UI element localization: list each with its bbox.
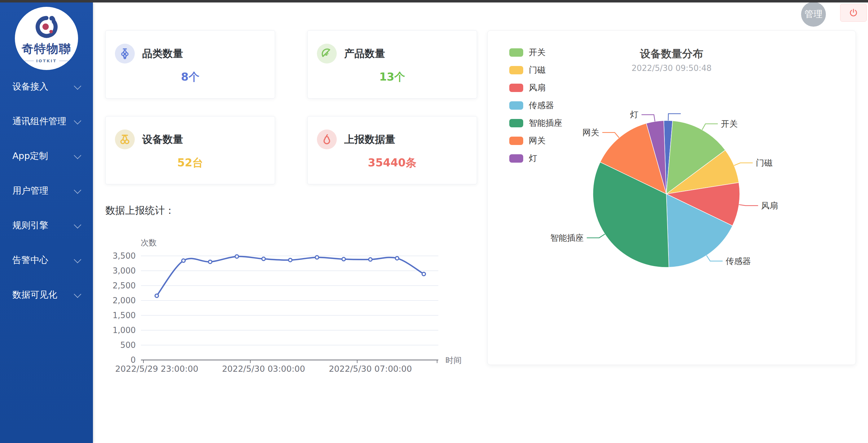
stat-label: 产品数量	[344, 47, 385, 61]
brand-logo-icon	[33, 14, 60, 40]
chevron-down-icon	[74, 256, 81, 263]
stat-card-设备数量: 设备数量52台	[105, 116, 275, 184]
stat-card-产品数量: 产品数量13个	[307, 30, 477, 98]
brand-title: 奇特物聯	[22, 41, 71, 57]
power-icon	[849, 8, 858, 17]
svg-text:1,000: 1,000	[113, 325, 136, 335]
sidebar-item-label: 规则引擎	[12, 219, 48, 232]
svg-text:门磁: 门磁	[756, 158, 773, 167]
sidebar-item-label: 通讯组件管理	[12, 115, 66, 128]
svg-text:网关: 网关	[582, 128, 599, 137]
sidebar-item-label: 用户管理	[12, 185, 48, 197]
svg-text:2,500: 2,500	[113, 281, 136, 290]
svg-text:2022/5/30 03:00:00: 2022/5/30 03:00:00	[222, 364, 305, 374]
svg-text:3,500: 3,500	[113, 251, 136, 260]
svg-text:2,000: 2,000	[113, 296, 136, 305]
chevron-down-icon	[74, 186, 81, 194]
window-top-strip	[0, 0, 868, 2]
chevron-down-icon	[74, 152, 81, 159]
svg-text:1,500: 1,500	[113, 311, 136, 320]
stat-label: 品类数量	[142, 47, 183, 61]
sidebar-item-数据可见化[interactable]: 数据可见化	[0, 287, 93, 303]
pear-icon	[317, 129, 337, 149]
sidebar-item-告警中心[interactable]: 告警中心	[0, 252, 93, 268]
brand-subtitle: IOTKIT	[25, 59, 69, 63]
device-distribution-panel: 设备数量分布 2022/5/30 09:50:48 开关门磁风扇传感器智能插座网…	[487, 30, 856, 365]
sidebar: 奇特物聯 IOTKIT 设备接入通讯组件管理App定制用户管理规则引擎告警中心数…	[0, 2, 93, 443]
line-chart-title: 数据上报统计：	[105, 204, 175, 218]
svg-text:灯: 灯	[630, 110, 639, 119]
svg-text:500: 500	[120, 341, 136, 350]
svg-text:风扇: 风扇	[761, 201, 778, 210]
sidebar-item-App定制[interactable]: App定制	[0, 148, 93, 164]
sidebar-item-设备接入[interactable]: 设备接入	[0, 79, 93, 95]
stat-card-品类数量: 品类数量8个	[105, 30, 275, 98]
svg-text:开关: 开关	[721, 119, 738, 129]
svg-text:3,000: 3,000	[113, 266, 136, 276]
chevron-down-icon	[74, 117, 81, 124]
user-avatar[interactable]: 管理	[801, 2, 826, 27]
device-distribution-pie-chart: 开关门磁风扇传感器智能插座网关灯	[488, 31, 856, 365]
svg-text:0: 0	[130, 355, 136, 365]
svg-text:智能插座: 智能插座	[550, 233, 584, 243]
logout-button[interactable]	[840, 4, 867, 22]
sidebar-item-label: 数据可见化	[12, 289, 57, 301]
stat-value: 8个	[105, 70, 275, 84]
svg-text:传感器: 传感器	[725, 256, 751, 266]
svg-text:时间: 时间	[445, 356, 462, 365]
svg-text:2022/5/30 07:00:00: 2022/5/30 07:00:00	[329, 364, 412, 374]
cherry-icon	[115, 129, 135, 149]
stat-value: 35440条	[308, 156, 477, 170]
grapes-icon	[115, 44, 135, 64]
stat-value: 13个	[308, 70, 477, 84]
sidebar-item-用户管理[interactable]: 用户管理	[0, 183, 93, 199]
sidebar-menu: 设备接入通讯组件管理App定制用户管理规则引擎告警中心数据可见化	[0, 79, 93, 322]
sidebar-item-规则引擎[interactable]: 规则引擎	[0, 218, 93, 233]
svg-text:次数: 次数	[141, 238, 157, 247]
sidebar-item-label: 告警中心	[12, 254, 48, 266]
stat-card-上报数据量: 上报数据量35440条	[307, 116, 477, 184]
stat-label: 上报数据量	[344, 133, 395, 147]
sidebar-item-通讯组件管理[interactable]: 通讯组件管理	[0, 114, 93, 129]
stat-value: 52台	[105, 156, 275, 170]
chevron-down-icon	[74, 221, 81, 228]
brand-logo: 奇特物聯 IOTKIT	[15, 7, 78, 70]
chevron-down-icon	[74, 82, 81, 90]
dashboard-page: 奇特物聯 IOTKIT 设备接入通讯组件管理App定制用户管理规则引擎告警中心数…	[0, 0, 868, 443]
stat-label: 设备数量	[142, 133, 183, 147]
svg-text:2022/5/29 23:00:00: 2022/5/29 23:00:00	[115, 364, 198, 374]
sidebar-item-label: App定制	[12, 150, 48, 162]
sidebar-item-label: 设备接入	[12, 81, 48, 93]
chevron-down-icon	[74, 290, 81, 298]
lemon-icon	[317, 44, 337, 64]
